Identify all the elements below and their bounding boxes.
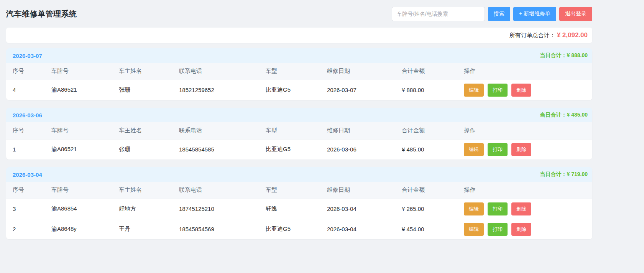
delete-button[interactable]: 删除 — [511, 223, 531, 236]
group-date: 2026-03-04 — [13, 171, 42, 178]
column-header: 维修日期 — [320, 122, 395, 139]
delete-button[interactable]: 删除 — [511, 202, 531, 215]
column-header: 车牌号 — [45, 122, 112, 139]
repair-order-row: 4渝A86521张珊18521259652比亚迪G52026-03-07¥ 88… — [6, 80, 592, 100]
cell-seq: 2 — [6, 219, 45, 239]
daily-total-amount: ¥ 485.00 — [567, 112, 588, 118]
edit-button[interactable]: 编辑 — [464, 143, 484, 156]
daily-total-label: 当日合计： — [540, 112, 567, 118]
group-date: 2026-03-07 — [13, 53, 42, 59]
table-header-row: 序号车牌号车主姓名联系电话车型维修日期合计金额操作 — [6, 63, 592, 80]
cell-plate: 渝A86854 — [45, 199, 112, 219]
print-button[interactable]: 打印 — [488, 223, 508, 236]
cell-owner: 王丹 — [112, 219, 172, 239]
page: 汽车维修单管理系统 搜索 + 新增维修单 退出登录 所有订单总合计： ¥ 2,0… — [6, 0, 592, 239]
orders-total-amount: ¥ 2,092.00 — [557, 31, 588, 39]
logout-button[interactable]: 退出登录 — [559, 7, 592, 21]
cell-actions: 编辑打印删除 — [457, 199, 592, 219]
print-button[interactable]: 打印 — [488, 84, 508, 97]
column-header: 联系电话 — [172, 182, 259, 199]
group-date: 2026-03-06 — [13, 112, 42, 118]
column-header: 合计金额 — [395, 122, 457, 139]
delete-button[interactable]: 删除 — [511, 84, 531, 97]
column-header: 序号 — [6, 122, 45, 139]
cell-repair-date: 2026-03-04 — [320, 199, 395, 219]
daily-total-amount: ¥ 719.00 — [567, 171, 588, 177]
column-header: 车牌号 — [45, 182, 112, 199]
column-header: 车型 — [259, 122, 320, 139]
cell-phone: 18545854569 — [172, 219, 259, 239]
date-group-header: 2026-03-07当日合计：¥ 888.00 — [6, 48, 592, 63]
search-input[interactable] — [392, 7, 485, 21]
cell-actions: 编辑打印删除 — [457, 139, 592, 160]
column-header: 操作 — [457, 122, 592, 139]
print-button[interactable]: 打印 — [488, 143, 508, 156]
cell-model: 比亚迪G5 — [259, 80, 320, 100]
cell-model: 比亚迪G5 — [259, 219, 320, 239]
cell-phone: 18745125210 — [172, 199, 259, 219]
delete-button[interactable]: 删除 — [511, 143, 531, 156]
cell-amount: ¥ 265.00 — [395, 199, 457, 219]
app-title: 汽车维修单管理系统 — [6, 9, 77, 19]
edit-button[interactable]: 编辑 — [464, 223, 484, 236]
edit-button[interactable]: 编辑 — [464, 202, 484, 215]
column-header: 维修日期 — [320, 63, 395, 80]
repair-order-row: 2渝A8648y王丹18545854569比亚迪G52026-03-04¥ 45… — [6, 219, 592, 239]
cell-plate: 渝A86521 — [45, 80, 112, 100]
date-group: 2026-03-04当日合计：¥ 719.00序号车牌号车主姓名联系电话车型维修… — [6, 167, 592, 239]
cell-owner: 张珊 — [112, 139, 172, 160]
column-header: 车型 — [259, 63, 320, 80]
cell-seq: 4 — [6, 80, 45, 100]
orders-table: 序号车牌号车主姓名联系电话车型维修日期合计金额操作1渝A86521张珊18545… — [6, 122, 592, 160]
column-header: 合计金额 — [395, 182, 457, 199]
print-button[interactable]: 打印 — [488, 202, 508, 215]
orders-table: 序号车牌号车主姓名联系电话车型维修日期合计金额操作4渝A86521张珊18521… — [6, 63, 592, 100]
column-header: 车主姓名 — [112, 182, 172, 199]
search-button[interactable]: 搜索 — [488, 7, 510, 21]
orders-table: 序号车牌号车主姓名联系电话车型维修日期合计金额操作3渝A86854好地方1874… — [6, 182, 592, 239]
cell-model: 轩逸 — [259, 199, 320, 219]
column-header: 维修日期 — [320, 182, 395, 199]
cell-seq: 3 — [6, 199, 45, 219]
cell-actions: 编辑打印删除 — [457, 80, 592, 100]
column-header: 序号 — [6, 182, 45, 199]
cell-plate: 渝A86521 — [45, 139, 112, 160]
daily-total-label: 当日合计： — [540, 171, 567, 177]
date-group: 2026-03-07当日合计：¥ 888.00序号车牌号车主姓名联系电话车型维修… — [6, 48, 592, 100]
daily-total: 当日合计：¥ 485.00 — [540, 112, 588, 118]
date-group: 2026-03-06当日合计：¥ 485.00序号车牌号车主姓名联系电话车型维修… — [6, 108, 592, 160]
daily-total-amount: ¥ 888.00 — [567, 52, 588, 58]
column-header: 车型 — [259, 182, 320, 199]
table-header-row: 序号车牌号车主姓名联系电话车型维修日期合计金额操作 — [6, 122, 592, 139]
cell-actions: 编辑打印删除 — [457, 219, 592, 239]
cell-owner: 好地方 — [112, 199, 172, 219]
column-header: 车主姓名 — [112, 63, 172, 80]
table-header-row: 序号车牌号车主姓名联系电话车型维修日期合计金额操作 — [6, 182, 592, 199]
column-header: 合计金额 — [395, 63, 457, 80]
repair-order-row: 3渝A86854好地方18745125210轩逸2026-03-04¥ 265.… — [6, 199, 592, 219]
column-header: 联系电话 — [172, 63, 259, 80]
daily-total: 当日合计：¥ 888.00 — [540, 52, 588, 59]
date-groups-container: 2026-03-07当日合计：¥ 888.00序号车牌号车主姓名联系电话车型维修… — [6, 48, 592, 239]
column-header: 车牌号 — [45, 63, 112, 80]
column-header: 车主姓名 — [112, 122, 172, 139]
orders-total-bar: 所有订单总合计： ¥ 2,092.00 — [6, 28, 592, 43]
cell-plate: 渝A8648y — [45, 219, 112, 239]
date-group-header: 2026-03-06当日合计：¥ 485.00 — [6, 108, 592, 122]
add-repair-order-button[interactable]: + 新增维修单 — [513, 7, 556, 21]
cell-model: 比亚迪G5 — [259, 139, 320, 160]
cell-repair-date: 2026-03-04 — [320, 219, 395, 239]
edit-button[interactable]: 编辑 — [464, 84, 484, 97]
cell-phone: 18521259652 — [172, 80, 259, 100]
column-header: 操作 — [457, 63, 592, 80]
column-header: 操作 — [457, 182, 592, 199]
cell-repair-date: 2026-03-07 — [320, 80, 395, 100]
cell-seq: 1 — [6, 139, 45, 160]
app-header: 汽车维修单管理系统 搜索 + 新增维修单 退出登录 — [6, 0, 592, 28]
orders-total-label: 所有订单总合计： — [509, 32, 555, 39]
cell-amount: ¥ 454.00 — [395, 219, 457, 239]
column-header: 序号 — [6, 63, 45, 80]
date-group-header: 2026-03-04当日合计：¥ 719.00 — [6, 167, 592, 182]
daily-total-label: 当日合计： — [540, 52, 567, 58]
cell-owner: 张珊 — [112, 80, 172, 100]
